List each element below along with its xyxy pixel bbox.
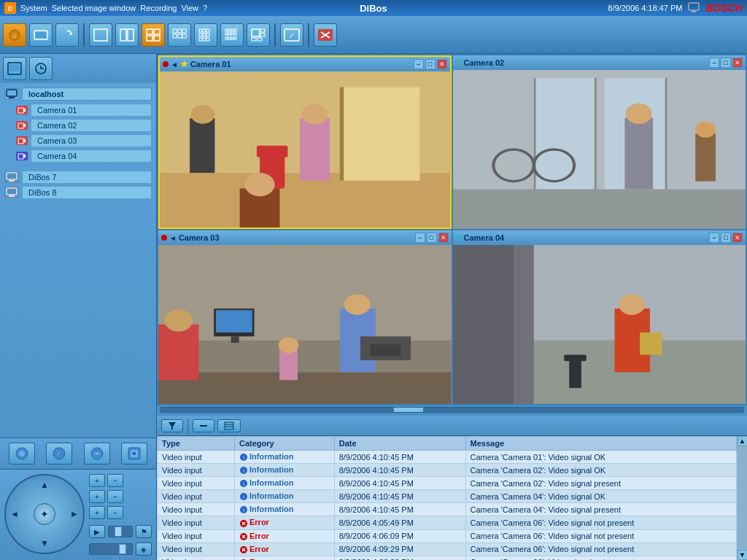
zoom-minus-button[interactable]: − [107, 474, 123, 487]
camera-01-max-button[interactable]: □ [425, 59, 436, 69]
ptz-up-arrow[interactable]: ▲ [40, 480, 49, 490]
log-row-5[interactable]: Video inputError8/9/2006 4:05:49 PMCamer… [158, 516, 737, 529]
menu-recording[interactable]: Recording [140, 4, 177, 12]
ptz-down-arrow[interactable]: ▼ [40, 538, 49, 548]
log-row-3[interactable]: Video inputiInformation8/9/2006 4:10:45 … [158, 490, 737, 503]
camera-02-min-button[interactable]: − [709, 58, 719, 68]
camera-04-item[interactable]: Camera 04 [16, 149, 152, 163]
log-row-6[interactable]: Video inputError8/9/2006 4:06:09 PMCamer… [158, 529, 737, 542]
camera-02-close-button[interactable]: ✕ [732, 58, 743, 68]
col-category: Category [235, 437, 335, 451]
svg-rect-17 [178, 29, 182, 33]
camera-01-nav-left[interactable]: ◄ [171, 61, 178, 69]
camera-01-item[interactable]: Camera 01 [16, 104, 152, 117]
focus-far-button[interactable]: − [107, 506, 123, 519]
preset-slider[interactable] [108, 526, 133, 537]
refresh-button[interactable] [55, 23, 79, 47]
camera-01-label[interactable]: Camera 01 [31, 104, 152, 117]
camera-03-min-button[interactable]: − [415, 233, 425, 243]
log-row-2[interactable]: Video inputiInformation8/9/2006 4:10:45 … [158, 477, 737, 490]
layout-4-button[interactable] [142, 23, 165, 47]
ctrl-btn-1[interactable] [9, 443, 35, 464]
preset-set-button[interactable]: ⚑ [136, 525, 152, 538]
log-row-7[interactable]: Video inputError8/9/2006 4:09:29 PMCamer… [158, 542, 737, 556]
log-row-0[interactable]: Video inputiInformation8/9/2006 4:10:45 … [158, 451, 737, 464]
iris-open-button[interactable]: + [89, 490, 105, 503]
log-collapse-button[interactable] [193, 419, 214, 432]
iris-close-button[interactable]: − [107, 490, 123, 503]
tour-button[interactable]: ◈ [136, 542, 152, 556]
svg-point-101 [695, 122, 716, 138]
ptz-center-button[interactable]: ✦ [34, 503, 55, 525]
log-filter-button[interactable] [161, 419, 183, 432]
camera-04-max-button[interactable]: □ [721, 233, 731, 243]
svg-rect-93 [594, 78, 596, 205]
camera-04-min-button[interactable]: − [709, 233, 719, 243]
bosch-brand: BOSCH [705, 2, 743, 14]
camera-04-window[interactable]: Camera 04 − □ ✕ [453, 230, 746, 404]
log-row-1[interactable]: Video inputiInformation8/9/2006 4:10:45 … [158, 464, 737, 477]
menu-view[interactable]: View [181, 4, 198, 12]
camera-03-max-button[interactable]: □ [427, 233, 437, 243]
camera-03-window[interactable]: ◄ Camera 03 − □ ✕ [158, 230, 452, 404]
log-table-button[interactable] [217, 419, 241, 432]
host-localhost-label[interactable]: localhost [22, 88, 152, 101]
camera-01-star-icon[interactable]: ★ [180, 59, 188, 69]
scroll-down-button[interactable]: ▼ [738, 550, 748, 560]
horizontal-scrollbar[interactable] [160, 407, 744, 413]
log-scrollbar[interactable]: ▲ ▼ [737, 436, 747, 560]
ctrl-btn-2[interactable] [46, 443, 72, 464]
log-row-8[interactable]: Video inputError8/9/2006 4:06:29 PMCamer… [158, 556, 737, 560]
svg-point-82 [190, 105, 214, 124]
ctrl-btn-3[interactable] [84, 443, 110, 464]
svg-marker-127 [169, 422, 176, 429]
layout-2-button[interactable] [115, 23, 139, 47]
layout-16-button[interactable] [247, 23, 270, 47]
server-dibos8-label[interactable]: DiBos 8 [22, 186, 152, 199]
camera-02-label[interactable]: Camera 02 [31, 119, 152, 132]
svg-rect-39 [225, 37, 228, 39]
left-btn-1[interactable] [3, 57, 26, 80]
camera-04-label[interactable]: Camera 04 [31, 149, 152, 163]
camera-03-item[interactable]: Camera 03 [16, 134, 152, 147]
left-btn-2[interactable] [29, 57, 53, 80]
zoom-in-button[interactable]: + [89, 474, 105, 487]
layout-9-button[interactable] [194, 23, 217, 47]
ptz-right-arrow[interactable]: ► [70, 509, 79, 519]
layout-6-button[interactable] [168, 23, 191, 47]
menu-help[interactable]: ? [203, 4, 207, 12]
camera-04-title-buttons: − □ ✕ [709, 233, 743, 243]
server-dibos7-label[interactable]: DiBos 7 [22, 171, 152, 184]
speed-slider[interactable] [89, 543, 133, 555]
focus-near-button[interactable]: + [89, 506, 105, 519]
ptz-left-arrow[interactable]: ◄ [10, 509, 19, 519]
ptz-right-controls: + − + − + − ▶ ⚑ [89, 474, 152, 556]
ctrl-btn-4[interactable] [121, 443, 147, 464]
layout-12-button[interactable] [220, 23, 244, 47]
close-all-button[interactable] [314, 23, 337, 47]
layout-1-button[interactable] [89, 23, 112, 47]
nav-home-button[interactable]: ⌂ [3, 23, 26, 47]
scrollbar-thumb[interactable] [394, 408, 423, 412]
scroll-up-button[interactable]: ▲ [738, 436, 748, 446]
log-row-4[interactable]: Video inputiInformation8/9/2006 4:10:45 … [158, 503, 737, 516]
zoom-fit-button[interactable]: ⤢ [280, 23, 303, 47]
svg-rect-104 [158, 372, 452, 404]
menu-system[interactable]: System [20, 4, 47, 12]
camera-04-close-button[interactable]: ✕ [732, 233, 743, 243]
menu-image-window[interactable]: Selected image window [52, 4, 136, 12]
camera-01-min-button[interactable]: − [414, 59, 424, 69]
camera-list-button[interactable] [29, 23, 53, 47]
camera-01-window[interactable]: ◄ ★ Camera 01 − □ ✕ [158, 55, 452, 229]
camera-02-item[interactable]: Camera 02 [16, 119, 152, 132]
camera-02-window[interactable]: Camera 02 − □ ✕ [453, 55, 746, 229]
camera-03-nav-left[interactable]: ◄ [169, 234, 177, 242]
ptz-joystick[interactable]: ▲ ▼ ◄ ► ✦ [4, 474, 85, 554]
preset-go-button[interactable]: ▶ [89, 525, 105, 538]
camera-02-max-button[interactable]: □ [721, 58, 731, 68]
camera-03-close-button[interactable]: ✕ [438, 233, 449, 243]
camera-03-label[interactable]: Camera 03 [31, 134, 152, 147]
device-tree: localhost Camera 01 Came [0, 83, 156, 438]
camera-01-close-button[interactable]: ✕ [437, 59, 447, 69]
camera-03-image [158, 245, 452, 404]
